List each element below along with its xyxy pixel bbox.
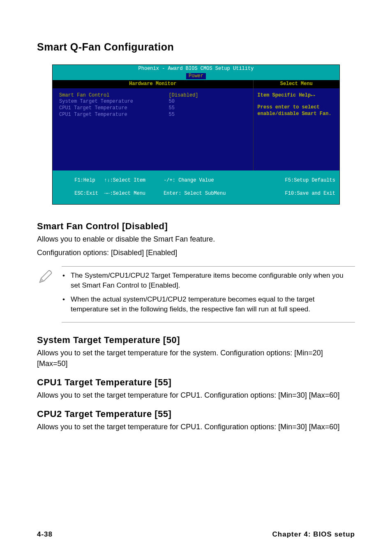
- bios-row-smart-fan[interactable]: Smart Fan Control [Disabled]: [59, 92, 248, 99]
- bios-f1: F1:Help: [74, 177, 95, 183]
- bios-help-line: Press enter to select: [258, 104, 335, 111]
- bios-row-label: Smart Fan Control: [59, 92, 169, 99]
- bios-footer-bar: F1:Help ↑↓:Select Item ESC:Exit →←:Selec…: [53, 170, 339, 204]
- pencil-note-icon: [37, 266, 62, 322]
- bios-select-item: ↑↓:Select Item: [104, 177, 145, 183]
- note-item-1: The System/CPU1/CPU2 Target Temperature …: [62, 271, 353, 290]
- bios-row-label: CPU1 Target Temperature: [59, 105, 169, 112]
- text-sfc-1: Allows you to enable or disable the Smar…: [37, 234, 355, 244]
- note-block: The System/CPU1/CPU2 Target Temperature …: [37, 266, 355, 322]
- bios-left-header: Hardware Monitor: [53, 80, 253, 88]
- bios-screenshot: Phoenix - Award BIOS CMOS Setup Utility …: [52, 64, 340, 205]
- bios-right-header: Select Menu: [254, 80, 339, 88]
- text-c1t: Allows you to set the target temperature…: [37, 390, 355, 401]
- bios-row-value: 55: [169, 105, 175, 112]
- bios-row-value: 55: [169, 112, 175, 118]
- bios-help-pane: Item Specific Help Press enter to select…: [254, 88, 339, 170]
- page-footer: 4-38 Chapter 4: BIOS setup: [37, 530, 355, 539]
- heading-smart-fan-control: Smart Fan Control [Disabled]: [37, 221, 355, 232]
- bios-row-label: System Target Temperature: [59, 99, 169, 105]
- bios-title-bar: Phoenix - Award BIOS CMOS Setup Utility …: [53, 65, 339, 80]
- bios-select-menu: →←:Select Menu: [104, 191, 145, 196]
- bios-help-title: Item Specific Help: [258, 92, 335, 99]
- text-stt: Allows you to set the target temperature…: [37, 348, 355, 368]
- bios-help-line: enable/disable Smart Fan.: [258, 111, 335, 117]
- chapter-label: Chapter 4: BIOS setup: [272, 530, 355, 539]
- bios-select-submenu: Enter: Select SubMenu: [164, 191, 226, 196]
- bios-title: Phoenix - Award BIOS CMOS Setup Utility: [138, 66, 254, 71]
- bios-tab-power: Power: [186, 73, 206, 80]
- bios-row-cpu1-temp[interactable]: CPU1 Target Temperature 55: [59, 105, 248, 112]
- bios-change-value: -/+: Change Value: [164, 177, 214, 183]
- bios-settings-pane: Smart Fan Control [Disabled] System Targ…: [53, 88, 253, 170]
- heading-cpu2-target-temp: CPU2 Target Temperature [55]: [37, 409, 355, 419]
- bios-row-value: 50: [169, 99, 175, 105]
- heading-cpu1-target-temp: CPU1 Target Temperature [55]: [37, 377, 355, 388]
- bios-row-label: CPU1 Target Temperature: [59, 112, 169, 118]
- bios-setup-defaults: F5:Setup Defaults: [285, 177, 335, 183]
- bios-row-cpu1b-temp[interactable]: CPU1 Target Temperature 55: [59, 112, 248, 118]
- page-number: 4-38: [37, 530, 53, 539]
- text-sfc-2: Configuration options: [Disabled] [Enabl…: [37, 248, 355, 258]
- section-title: Smart Q-Fan Configuration: [37, 41, 355, 53]
- note-item-2: When the actual system/CPU1/CPU2 tempera…: [62, 295, 353, 314]
- bios-row-sys-temp[interactable]: System Target Temperature 50: [59, 99, 248, 105]
- text-c2t: Allows you to set the target temperature…: [37, 422, 355, 432]
- bios-save-exit: F10:Save and Exit: [285, 191, 335, 196]
- arrows-icon: [311, 92, 316, 98]
- bios-row-value: [Disabled]: [169, 92, 198, 99]
- heading-system-target-temp: System Target Temperature [50]: [37, 335, 355, 345]
- bios-esc: ESC:Exit: [74, 191, 98, 196]
